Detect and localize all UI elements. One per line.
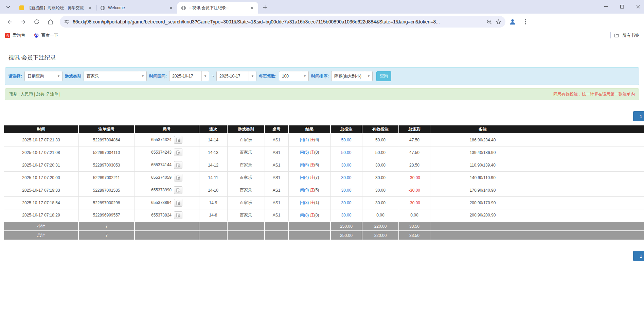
date-from-select[interactable]: 2025-10-17▼ <box>169 71 209 81</box>
game-type-select[interactable]: 百家乐▼ <box>84 71 147 81</box>
cell-table-number: AS1 <box>265 209 288 222</box>
all-bookmarks-label[interactable]: 所有书签 <box>622 33 639 38</box>
minimize-icon[interactable] <box>598 0 614 13</box>
column-header: 结果 <box>288 125 330 134</box>
maximize-icon[interactable] <box>614 0 630 13</box>
cell-time: 2025-10-17 07:20:31 <box>4 159 78 171</box>
summary-label-cell: 小计 <box>4 222 78 231</box>
cell-result: 闲(4) 庄(7) <box>288 171 330 184</box>
cell-result: 闲(9) 庄(5) <box>288 184 330 196</box>
tab-strip: 【新提醒】海燕论坛 - 博学交流 Welcome :::视讯 会员下注纪录::: <box>0 0 644 14</box>
browser-tab[interactable]: 【新提醒】海燕论坛 - 博学交流 <box>16 2 96 14</box>
cell-valid-bet: 50.00 <box>362 146 399 159</box>
summary-cell: 7 <box>78 231 135 240</box>
video-replay-icon-button[interactable] <box>174 211 182 219</box>
video-replay-icon-button[interactable] <box>174 136 182 144</box>
chevron-down-icon[interactable]: ▼ <box>139 71 146 81</box>
summary-cell <box>135 231 199 240</box>
cell-valid-bet: 30.00 <box>362 184 399 196</box>
total-bet-link[interactable]: 30.00 <box>341 188 351 193</box>
table-header-row: 时间注单编号局号场次游戏类别桌号结果总投注有效投注总派彩备注 <box>4 125 644 134</box>
total-bet-link[interactable]: 30.00 <box>341 213 351 218</box>
video-replay-icon-button[interactable] <box>174 149 182 156</box>
cell-session: 14-11 <box>199 171 227 184</box>
video-replay-icon-button[interactable] <box>174 161 182 169</box>
bookmark-star-icon[interactable] <box>496 19 501 25</box>
cell-table-number: AS1 <box>265 184 288 196</box>
back-icon[interactable] <box>3 16 16 28</box>
pagination-button-top[interactable]: 1 <box>633 111 644 121</box>
chevron-down-icon[interactable]: ▼ <box>365 71 372 81</box>
cell-table-number: AS1 <box>265 146 288 159</box>
chevron-down-icon[interactable]: ▼ <box>55 71 62 81</box>
summary-cell <box>430 222 644 231</box>
cell-game-type: 百家乐 <box>227 184 265 196</box>
page-size-label: 每页笔数: <box>259 73 276 79</box>
summary-cell <box>288 222 330 231</box>
cell-result: 闲(5) 庄(6) <box>288 159 330 171</box>
date-to-select[interactable]: 2025-10-17▼ <box>216 71 256 81</box>
cell-result: 闲(8) 庄(8) <box>288 209 330 222</box>
cell-session: 14-8 <box>199 209 227 222</box>
cell-total-bet: 30.00 <box>330 196 362 209</box>
forward-icon[interactable] <box>17 16 29 28</box>
cell-valid-bet: 30.00 <box>362 196 399 209</box>
summary-row: 总计7250.00220.0033.50 <box>4 231 644 240</box>
cell-session: 14-12 <box>199 159 227 171</box>
bookmark-item[interactable]: 淘爱淘宝 <box>5 33 25 38</box>
site-info-icon[interactable] <box>64 19 69 24</box>
search-button[interactable]: 查询 <box>376 71 391 81</box>
pagination-button-bottom[interactable]: 1 <box>633 251 644 261</box>
cell-time: 2025-10-17 07:18:54 <box>4 196 78 209</box>
browser-tab[interactable]: Welcome <box>96 2 177 14</box>
cell-round-number: 655373894 <box>135 196 199 209</box>
column-header: 备注 <box>430 125 644 134</box>
column-header: 桌号 <box>265 125 288 134</box>
sort-order-select[interactable]: 降幂(由大到小)▼ <box>331 71 373 81</box>
forum-yellow-icon <box>19 5 24 11</box>
cell-time: 2025-10-17 07:21:08 <box>4 146 78 159</box>
total-bet-link[interactable]: 30.00 <box>341 175 351 180</box>
cell-game-type: 百家乐 <box>227 134 265 146</box>
cell-bet-number: 522897003053 <box>78 159 135 171</box>
cell-session: 14-9 <box>199 196 227 209</box>
total-bet-link[interactable]: 50.00 <box>341 150 351 155</box>
cell-bet-number: 522896999557 <box>78 209 135 222</box>
total-bet-link[interactable]: 30.00 <box>341 201 351 205</box>
menu-kebab-icon[interactable] <box>520 16 531 28</box>
video-replay-icon-button[interactable] <box>174 174 182 181</box>
tab-close-icon[interactable] <box>168 5 174 11</box>
total-bet-link[interactable]: 50.00 <box>341 138 351 142</box>
tab-search-button[interactable] <box>3 3 13 11</box>
column-header: 游戏类别 <box>227 125 265 134</box>
home-icon[interactable] <box>44 16 56 28</box>
browser-tab[interactable]: :::视讯 会员下注纪录::: <box>177 2 258 14</box>
total-bet-link[interactable]: 30.00 <box>341 163 351 168</box>
bookmark-item[interactable]: 百度一下 <box>34 33 58 38</box>
profile-avatar-icon[interactable] <box>507 16 518 28</box>
new-tab-button[interactable] <box>260 2 270 12</box>
video-replay-icon-button[interactable] <box>174 199 182 207</box>
chevron-down-icon[interactable]: ▼ <box>301 71 308 81</box>
cell-remark: 186.90/234.40 <box>430 134 644 146</box>
close-icon[interactable] <box>630 0 644 13</box>
url-text[interactable]: 66cxkj98.com/ipl/portal.php/game/betreco… <box>73 19 483 24</box>
cell-total-bet: 30.00 <box>330 184 362 196</box>
query-type-label: 请选择: <box>8 73 22 79</box>
summary-cell: 7 <box>78 222 135 231</box>
tab-close-icon[interactable] <box>249 5 255 11</box>
game-type-label: 游戏类别 <box>65 73 81 79</box>
table-row: 2025-10-17 07:19:33 522897001535 6553739… <box>4 184 644 196</box>
chevron-down-icon[interactable]: ▼ <box>249 71 256 81</box>
reload-icon[interactable] <box>31 16 43 28</box>
page-size-select[interactable]: 100▼ <box>279 71 309 81</box>
url-bar[interactable]: 66cxkj98.com/ipl/portal.php/game/betreco… <box>60 16 505 28</box>
cell-payout: 28.50 <box>399 159 430 171</box>
chevron-down-icon[interactable]: ▼ <box>201 71 209 81</box>
cell-time: 2025-10-17 07:19:33 <box>4 184 78 196</box>
video-replay-icon-button[interactable] <box>174 186 182 194</box>
table-row: 2025-10-17 07:21:33 522897004864 6553743… <box>4 134 644 146</box>
zoom-icon[interactable] <box>486 19 492 25</box>
tab-close-icon[interactable] <box>87 5 93 11</box>
query-type-select[interactable]: 日期查询▼ <box>24 71 62 81</box>
